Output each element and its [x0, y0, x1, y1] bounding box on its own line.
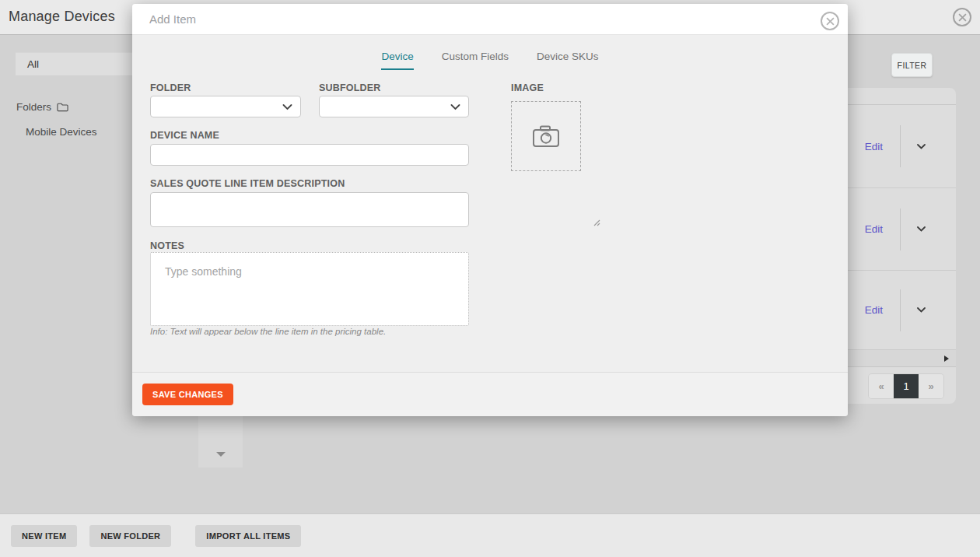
tab-device-skus[interactable]: Device SKUs	[537, 51, 599, 70]
modal-header: Add Item	[132, 4, 848, 35]
edit-link[interactable]: Edit	[865, 141, 883, 152]
import-all-items-button[interactable]: IMPORT ALL ITEMS	[195, 525, 301, 547]
folder-select[interactable]	[150, 96, 301, 117]
edit-link[interactable]: Edit	[865, 304, 883, 316]
save-changes-button[interactable]: SAVE CHANGES	[142, 384, 233, 405]
notes-textarea[interactable]	[150, 252, 469, 326]
folders-label: Folders	[16, 101, 51, 113]
chevron-down-icon[interactable]	[917, 307, 926, 313]
device-name-label: DEVICE NAME	[150, 130, 219, 141]
filter-button[interactable]: FILTER	[891, 53, 933, 77]
folder-icon	[57, 102, 68, 112]
subfolder-select[interactable]	[319, 96, 469, 117]
notes-label: NOTES	[150, 240, 184, 251]
pagination-prev-button[interactable]: «	[869, 374, 894, 398]
image-upload-dropzone[interactable]	[511, 101, 581, 171]
modal-close-icon[interactable]	[821, 12, 839, 30]
pagination: « 1 »	[869, 374, 943, 398]
dropdown-remnant	[198, 416, 243, 468]
pagination-next-button[interactable]: »	[919, 374, 943, 398]
divider	[900, 289, 901, 331]
add-item-modal: Add Item Device Custom Fields Device SKU…	[132, 4, 848, 416]
new-folder-button[interactable]: NEW FOLDER	[89, 525, 171, 547]
edit-link[interactable]: Edit	[865, 223, 883, 235]
page-close-icon[interactable]	[953, 8, 971, 26]
chevron-down-icon[interactable]	[917, 144, 926, 149]
device-name-input[interactable]	[150, 144, 469, 166]
sidebar-item-all-label: All	[27, 58, 39, 70]
divider	[900, 125, 901, 167]
folder-label: FOLDER	[150, 82, 191, 93]
chevron-down-icon	[450, 104, 460, 110]
tab-device[interactable]: Device	[381, 51, 413, 70]
resize-handle-icon[interactable]	[593, 219, 600, 226]
triangle-down-icon	[216, 452, 226, 457]
modal-footer: SAVE CHANGES	[132, 372, 848, 416]
modal-tabs: Device Custom Fields Device SKUs	[132, 51, 848, 70]
sidebar-folders-header: Folders	[16, 101, 68, 113]
bottom-action-bar: NEW ITEM NEW FOLDER IMPORT ALL ITEMS	[0, 513, 980, 557]
scroll-right-icon[interactable]	[944, 356, 949, 362]
chevron-down-icon	[282, 104, 292, 110]
camera-icon	[532, 124, 560, 148]
sales-quote-textarea[interactable]	[150, 192, 469, 227]
modal-title: Add Item	[149, 12, 196, 26]
image-label: IMAGE	[511, 82, 544, 93]
notes-info-text: Info: Text will appear below the line it…	[150, 327, 386, 336]
page-title: Manage Devices	[9, 9, 115, 25]
sales-quote-label: SALES QUOTE LINE ITEM DESCRIPTION	[150, 178, 345, 189]
tab-custom-fields[interactable]: Custom Fields	[442, 51, 509, 70]
sidebar-item-mobile-devices[interactable]: Mobile Devices	[26, 126, 97, 138]
subfolder-label: SUBFOLDER	[319, 82, 381, 93]
new-item-button[interactable]: NEW ITEM	[11, 525, 77, 547]
pagination-current-page[interactable]: 1	[894, 374, 919, 398]
divider	[900, 208, 901, 250]
chevron-down-icon[interactable]	[917, 226, 926, 232]
